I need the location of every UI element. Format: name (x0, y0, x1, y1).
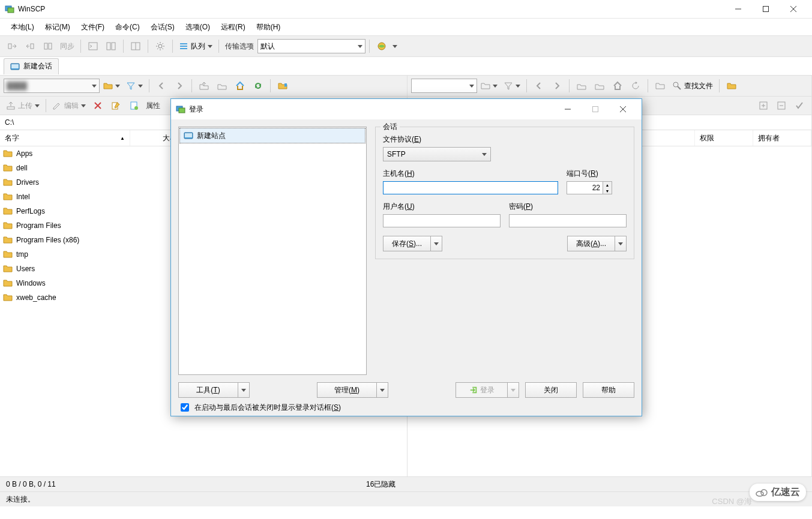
login-dropdown (507, 382, 519, 398)
remote-drive-combo[interactable] (411, 79, 477, 93)
menu-mark[interactable]: 标记(M) (40, 20, 75, 35)
sync-browse-left-icon[interactable] (4, 38, 20, 55)
port-input[interactable] (567, 181, 603, 194)
remote-root-dir-icon[interactable] (591, 77, 608, 94)
col-owner[interactable]: 拥有者 (753, 130, 811, 146)
remote-nav-forward-icon[interactable] (549, 77, 565, 94)
window-close-button[interactable] (780, 0, 807, 18)
caret-down-icon[interactable] (392, 45, 397, 48)
csdn-watermark: CSDN @海 (712, 496, 752, 507)
open-folder-button[interactable] (101, 78, 122, 94)
port-spinner[interactable]: ▲▼ (567, 181, 627, 194)
file-name: Program Files (x86) (16, 236, 79, 244)
window-minimize-button[interactable] (724, 0, 752, 18)
menu-options[interactable]: 选项(O) (181, 20, 215, 35)
sync-label[interactable]: 同步 (58, 41, 77, 52)
local-drive-combo[interactable]: ████ (4, 79, 100, 93)
sync-browse-right-icon[interactable] (22, 38, 38, 55)
spin-up-icon[interactable]: ▲ (603, 182, 612, 188)
protocol-select[interactable]: SFTP (383, 147, 491, 161)
svg-rect-30 (179, 108, 185, 113)
new-minus-icon[interactable] (773, 97, 790, 114)
show-login-label[interactable]: 在启动与最后会话被关闭时显示登录对话框(S) (194, 403, 341, 413)
username-input[interactable] (383, 214, 501, 227)
menu-command[interactable]: 命令(C) (110, 20, 145, 35)
tools-dropdown[interactable] (238, 382, 250, 398)
status-connection: 未连接。 (6, 494, 35, 505)
new-site-item[interactable]: 新建站点 (180, 128, 365, 143)
bookmark-icon[interactable] (274, 77, 291, 94)
folder-icon (3, 178, 13, 187)
upload-button[interactable]: 上传 (4, 98, 42, 113)
panels-icon[interactable] (127, 38, 144, 55)
remote-nav-back-icon[interactable] (531, 77, 547, 94)
menu-help[interactable]: 帮助(H) (251, 20, 286, 35)
help-button[interactable]: 帮助 (583, 382, 634, 398)
svg-point-26 (673, 82, 678, 87)
spin-down-icon[interactable]: ▼ (603, 188, 612, 194)
commander-icon[interactable] (103, 38, 119, 55)
home-icon[interactable] (232, 77, 248, 94)
new-session-tab[interactable]: 新建会话 (4, 58, 59, 74)
nav-back-icon[interactable] (153, 77, 170, 94)
dialog-minimize-button[interactable] (554, 100, 582, 118)
menu-file[interactable]: 文件(F) (76, 20, 109, 35)
remote-bookmark-icon[interactable] (652, 77, 669, 94)
remote-bookmark2-icon[interactable] (723, 77, 740, 94)
tools-button[interactable]: 工具(T) (178, 382, 250, 398)
show-login-checkbox[interactable] (181, 403, 189, 412)
queue-dropdown[interactable]: 队列 (176, 38, 215, 54)
manage-dropdown[interactable] (377, 382, 388, 398)
terminal-icon[interactable] (85, 38, 101, 55)
edit-button[interactable]: 编辑 (50, 98, 88, 113)
caret-down-icon (469, 85, 474, 88)
dialog-close-button[interactable] (609, 100, 637, 118)
new-plus-icon[interactable] (755, 97, 772, 114)
rename-icon[interactable] (107, 97, 124, 114)
host-input[interactable] (383, 181, 558, 194)
password-input[interactable] (509, 214, 627, 227)
menu-remote[interactable]: 远程(R) (216, 20, 250, 35)
filter-button[interactable] (124, 78, 145, 94)
advanced-dropdown[interactable] (615, 236, 627, 251)
remote-home-icon[interactable] (609, 77, 626, 94)
advanced-button[interactable]: 高级(A)... (567, 236, 627, 251)
queue-label: 队列 (191, 41, 205, 52)
save-dropdown[interactable] (431, 236, 442, 251)
dialog-maximize-button (582, 100, 609, 118)
window-maximize-button[interactable] (752, 0, 780, 18)
dialog-title-bar[interactable]: 登录 (171, 99, 642, 119)
yisu-watermark: 亿速云 (750, 484, 806, 501)
globe-icon[interactable] (373, 38, 390, 55)
remote-filter-button[interactable] (501, 78, 523, 94)
menu-session[interactable]: 会话(S) (146, 20, 179, 35)
dialog-button-row: 工具(T) 管理(M) 登录 关闭 帮助 (171, 382, 642, 398)
find-files-button[interactable]: 查找文件 (670, 78, 715, 94)
folder-icon (3, 206, 13, 216)
compare-icon[interactable] (40, 38, 56, 55)
col-perm[interactable]: 权限 (695, 130, 753, 146)
status-center: 16已隐藏 (366, 479, 395, 490)
manage-button[interactable]: 管理(M) (317, 382, 388, 398)
col-name[interactable]: 名字▲ (0, 130, 130, 146)
delete-icon[interactable] (89, 97, 106, 114)
remote-parent-dir-icon[interactable] (573, 77, 590, 94)
transfer-settings-combo[interactable]: 默认 (257, 39, 365, 53)
properties-label[interactable]: 属性 (143, 101, 163, 111)
show-login-checkbox-row: 在启动与最后会话被关闭时显示登录对话框(S) (171, 398, 642, 417)
parent-dir-icon[interactable] (196, 77, 212, 94)
remote-open-folder-button[interactable] (478, 78, 500, 94)
folder-icon (3, 235, 13, 245)
nav-forward-icon[interactable] (171, 77, 188, 94)
menu-local[interactable]: 本地(L) (6, 20, 39, 35)
properties-icon[interactable] (125, 97, 142, 114)
svg-rect-11 (107, 43, 110, 50)
preferences-icon[interactable] (152, 38, 169, 55)
save-button[interactable]: 保存(S)... (383, 236, 442, 251)
select-all-icon[interactable] (791, 97, 808, 114)
close-button[interactable]: 关闭 (525, 382, 577, 398)
refresh-icon[interactable] (250, 77, 266, 94)
root-dir-icon[interactable] (214, 77, 230, 94)
site-list[interactable]: 新建站点 (178, 127, 367, 375)
remote-refresh-icon[interactable] (627, 77, 644, 94)
